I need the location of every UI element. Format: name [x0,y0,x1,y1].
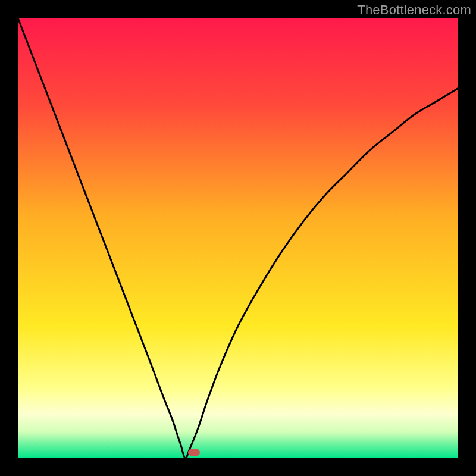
bottleneck-chart [0,0,476,476]
optimal-point-marker [188,449,200,456]
watermark-text: TheBottleneck.com [357,2,471,18]
plot-background [18,18,458,458]
chart-frame: TheBottleneck.com [0,0,476,476]
